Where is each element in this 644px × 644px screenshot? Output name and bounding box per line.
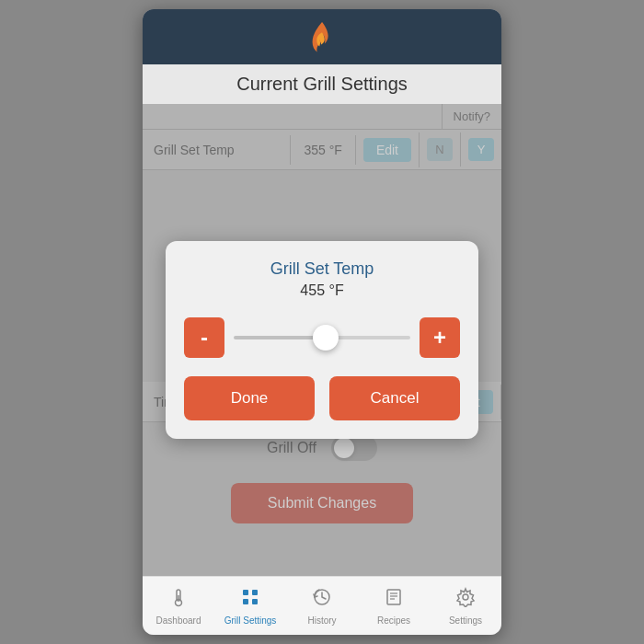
nav-item-dashboard[interactable]: Dashboard [143,577,214,635]
nav-item-settings[interactable]: Settings [430,577,501,635]
book-icon [384,587,404,613]
slider-thumb[interactable] [313,325,339,351]
done-button[interactable]: Done [184,376,315,420]
flame-icon [308,20,336,53]
page-title: Current Grill Settings [143,74,501,95]
modal-value: 455 °F [184,282,460,299]
main-content: Notify? Grill Set Temp 355 °F Edit N Y G [143,104,501,576]
modal-buttons: Done Cancel [184,376,460,420]
plus-button[interactable]: + [420,317,460,358]
svg-rect-6 [252,599,258,604]
cancel-button[interactable]: Cancel [329,376,460,420]
phone-container: Current Grill Settings Notify? Grill Set… [143,9,501,635]
thermometer-icon [168,587,189,613]
gear-icon [455,587,476,613]
nav-label-settings: Settings [449,615,482,626]
svg-rect-3 [243,590,248,595]
nav-item-recipes[interactable]: Recipes [358,577,430,635]
history-icon [312,587,332,613]
nav-label-history: History [307,615,336,626]
title-bar: Current Grill Settings [143,64,501,104]
nav-label-recipes: Recipes [377,615,410,626]
svg-rect-5 [243,599,248,604]
modal-dialog: Grill Set Temp 455 °F - + Done Cancel [166,241,478,439]
svg-rect-4 [252,590,258,595]
modal-overlay: Grill Set Temp 455 °F - + Done Cancel [143,104,501,576]
nav-item-grill-settings[interactable]: Grill Settings [214,577,286,635]
slider-track[interactable] [234,336,410,339]
svg-rect-8 [387,590,400,604]
modal-title: Grill Set Temp [184,259,460,279]
nav-label-dashboard: Dashboard [156,615,201,626]
grid-icon [240,587,260,613]
nav-label-grill-settings: Grill Settings [224,615,277,626]
minus-button[interactable]: - [184,317,224,358]
bottom-nav: Dashboard Grill Settings [143,576,501,635]
nav-item-history[interactable]: History [286,577,358,635]
svg-point-12 [463,594,468,600]
slider-row: - + [184,317,460,358]
app-header [143,9,501,64]
